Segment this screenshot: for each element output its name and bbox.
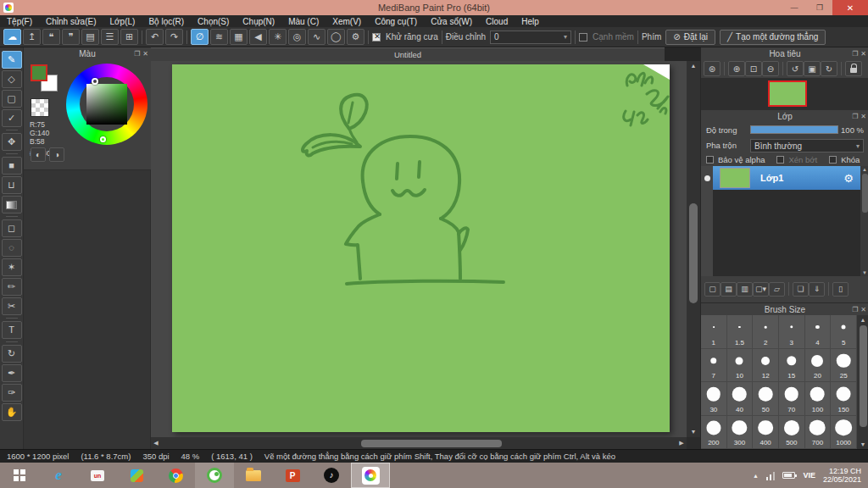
horizontal-scrollbar[interactable]: ◀ ▶ [151, 437, 687, 449]
clock[interactable]: 12:19 CH 22/05/2021 [823, 467, 861, 485]
crosshatch-brush-icon[interactable]: ▦ [230, 29, 248, 45]
popout-icon[interactable]: ❐ [852, 50, 858, 58]
start-button[interactable] [0, 463, 39, 488]
make-line-button[interactable]: ╱ Tạo một đường thẳng [720, 30, 826, 45]
soft-edge-checkbox[interactable]: Cạnh mềm [579, 32, 634, 42]
brush-size-300[interactable]: 300 [727, 416, 754, 450]
brush-size-12[interactable]: 12 [753, 349, 779, 383]
network-signal-icon[interactable] [766, 471, 776, 480]
menu-item-8[interactable]: Công cụ(T) [368, 17, 424, 26]
brush-size-70[interactable]: 70 [779, 382, 805, 416]
palette-add-icon[interactable]: ◑ [49, 147, 64, 162]
brush-scrollbar[interactable]: ▲ ▼ [857, 315, 868, 449]
vertical-scrollbar[interactable]: ▲ ▼ [687, 61, 700, 437]
brush-size-700[interactable]: 700 [805, 416, 832, 450]
new-1bit-layer-button[interactable]: ▥ [737, 282, 753, 297]
cloud-sync-icon[interactable]: ☁ [3, 29, 21, 45]
comment-icon[interactable]: ❝ [42, 29, 60, 45]
sv-indicator[interactable] [92, 78, 98, 85]
brush-tool[interactable]: ✎ [2, 51, 22, 69]
brush-size-10[interactable]: 10 [727, 349, 754, 383]
blend-dropdown[interactable]: Bình thường [750, 139, 864, 152]
curve-brush-icon[interactable]: ∿ [308, 29, 326, 45]
menu-item-11[interactable]: Help [515, 17, 546, 26]
taskbar-bluestacks[interactable] [117, 463, 156, 488]
nav-lock-icon[interactable] [845, 61, 862, 76]
transparent-swatch[interactable] [31, 98, 49, 117]
share-icon[interactable]: ↥ [23, 29, 41, 45]
parallel-brush-icon[interactable]: ≋ [210, 29, 228, 45]
close-icon[interactable]: ✕ [860, 306, 866, 313]
hand-tool[interactable]: ✋ [2, 403, 22, 421]
brush-scroll-thumb[interactable] [860, 325, 867, 427]
scroll-up-icon[interactable]: ▲ [857, 315, 868, 324]
brush-size-150[interactable]: 150 [831, 382, 857, 416]
taskbar-file-explorer[interactable] [234, 463, 273, 488]
scroll-up-icon[interactable]: ▲ [860, 166, 868, 173]
taskbar-coccoc[interactable] [195, 463, 234, 488]
duplicate-layer-button[interactable]: ❏ [793, 282, 809, 297]
saturation-value-square[interactable] [86, 84, 127, 125]
magic-wand-tool[interactable]: ✶ [2, 258, 22, 276]
fill-rect-tool[interactable]: ■ [2, 157, 22, 175]
protect-alpha-checkbox[interactable] [706, 156, 714, 164]
brush-size-25[interactable]: 25 [831, 349, 857, 383]
delete-layer-button[interactable]: ▯ [832, 282, 849, 297]
menu-item-4[interactable]: Chọn(S) [191, 17, 236, 26]
select-pen-tool[interactable]: ✏ [2, 278, 22, 296]
scroll-left-icon[interactable]: ◀ [151, 440, 161, 446]
layer-scroll-thumb[interactable] [862, 174, 868, 213]
radial-brush-icon[interactable]: ✳ [269, 29, 287, 45]
brush-size-50[interactable]: 50 [753, 382, 779, 416]
nav-zoom-in-icon[interactable]: ⊕ [728, 61, 745, 76]
language-indicator[interactable]: VIE [803, 471, 815, 480]
menu-item-2[interactable]: Lớp(L) [103, 17, 142, 26]
eyedropper-tool[interactable]: ✒ [2, 364, 22, 382]
navigator-thumbnail[interactable] [768, 80, 807, 107]
layer-settings-gear-icon[interactable]: ⚙ [843, 172, 854, 185]
brush-size-100[interactable]: 100 [805, 382, 832, 416]
undo-icon[interactable]: ↶ [146, 29, 164, 45]
scroll-down-icon[interactable]: ▼ [687, 427, 700, 437]
brush-size-4[interactable]: 4 [805, 315, 832, 349]
taskbar-medibang[interactable] [351, 463, 390, 488]
menu-item-10[interactable]: Cloud [479, 17, 515, 26]
material-list-icon[interactable]: ☰ [101, 29, 119, 45]
brush-size-1[interactable]: 1 [701, 315, 727, 349]
brush-size-7[interactable]: 7 [701, 349, 727, 383]
close-icon[interactable]: ✕ [860, 113, 866, 120]
popout-icon[interactable]: ❐ [134, 50, 140, 58]
brush-size-400[interactable]: 400 [753, 416, 779, 450]
layer-row[interactable]: Lớp1 ⚙ [713, 166, 860, 190]
eraser-tool[interactable]: ◇ [2, 70, 22, 88]
circle-brush-icon[interactable]: ◯ [327, 29, 345, 45]
bucket-tool[interactable]: ⊔ [2, 176, 22, 194]
brush-settings-icon[interactable]: ⚙ [347, 29, 364, 45]
layer-list-scrollbar[interactable]: ▲ ▼ [860, 166, 868, 276]
brush-size-30[interactable]: 30 [701, 382, 727, 416]
nav-zoom-tool-icon[interactable]: ⊛ [704, 61, 721, 76]
brush-size-3[interactable]: 3 [779, 315, 805, 349]
brush-size-40[interactable]: 40 [727, 382, 754, 416]
close-icon[interactable]: ✕ [860, 50, 866, 58]
opacity-slider[interactable] [750, 125, 838, 134]
reset-button[interactable]: ⊘ Đặt lại [665, 30, 715, 45]
vertical-scroll-thumb[interactable] [689, 203, 698, 303]
hue-indicator[interactable] [100, 136, 106, 142]
move-tool[interactable]: ✥ [2, 133, 22, 151]
grid-add-icon[interactable]: ⊞ [120, 29, 138, 45]
layer-visibility-icon[interactable] [704, 175, 710, 181]
menu-item-9[interactable]: Cửa sổ(W) [424, 17, 479, 26]
popout-icon[interactable]: ❐ [852, 113, 858, 120]
select-eraser-tool[interactable]: ✂ [2, 297, 22, 315]
new-layer-button[interactable]: ▢ [704, 282, 721, 297]
lock-checkbox[interactable] [829, 156, 837, 164]
polyline-tool[interactable]: ✓ [2, 109, 22, 127]
no-symmetry-icon[interactable]: ∅ [191, 29, 209, 45]
document-icon[interactable]: ▤ [81, 29, 99, 45]
divide-tool[interactable]: ✑ [2, 384, 22, 402]
fg-bg-swatches[interactable] [31, 64, 59, 93]
brush-size-1000[interactable]: 1000 [831, 416, 857, 450]
brush-size-2[interactable]: 2 [753, 315, 779, 349]
shape-tool[interactable]: ▢ [2, 90, 22, 108]
